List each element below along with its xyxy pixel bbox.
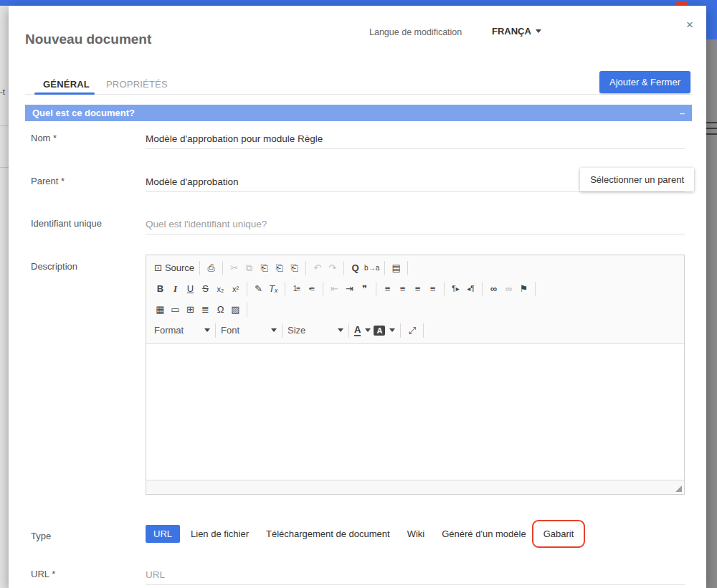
chevron-down-icon [204,328,210,335]
maximize-icon[interactable]: ⤢ [406,323,418,338]
print-icon[interactable]: ⎙ [205,261,217,275]
language-of-modification-label: Langue de modification [369,27,462,37]
editor-toolbar: ⊡Source⎙✂⧉⎗⎗⎗↶↷Qb→a▤BIUSx₂x²✎Tₓ1≡•≡⇤⇥❞≡≡… [146,255,684,344]
strike-icon[interactable]: S [199,282,212,296]
ordered-list-icon[interactable]: 1≡ [290,282,303,296]
paste-word-icon[interactable]: ⎗ [288,261,300,275]
chevron-down-icon [536,29,541,36]
select-all-icon[interactable]: ▤ [390,261,402,275]
url-label: URL * [31,569,55,579]
text-color-letter: A [354,325,361,336]
nom-input[interactable] [146,129,685,149]
background-page-right [706,39,717,588]
dialog-title: Nouveau document [25,32,151,47]
background-page-left: -t [0,6,9,588]
paste-text-icon[interactable]: ⎗ [273,261,285,275]
media-icon[interactable]: ▦ [154,303,166,317]
type-option-url[interactable]: URL [146,525,180,543]
chevron-down-icon [365,328,371,335]
chevron-down-icon [338,328,343,335]
subscript-icon[interactable]: x₂ [214,282,227,296]
select-parent-button[interactable]: Sélectionner un parent [580,168,694,191]
align-left-icon[interactable]: ≡ [381,282,394,296]
superscript-icon[interactable]: x² [229,282,242,296]
find-icon[interactable]: Q [349,261,361,275]
size-dropdown[interactable]: Size [288,323,343,338]
image-icon[interactable]: ▨ [229,303,242,317]
dir-ltr-icon[interactable]: ¶▸ [450,282,462,296]
dir-rtl-icon[interactable]: ◂¶ [465,282,477,296]
background-color-button[interactable]: A [374,326,395,336]
copy-icon[interactable]: ⧉ [243,261,255,275]
redo-icon[interactable]: ↷ [326,261,338,275]
identifiant-unique-label: Identifiant unique [31,218,102,229]
copy-format-icon[interactable]: ✎ [252,282,265,296]
replace-icon[interactable]: b→a [364,261,379,275]
description-label: Description [31,261,77,272]
format-dropdown[interactable]: Format [154,323,210,338]
description-rich-text-editor: ⊡Source⎙✂⧉⎗⎗⎗↶↷Qb→a▤BIUSx₂x²✎Tₓ1≡•≡⇤⇥❞≡≡… [146,255,685,495]
paste-icon[interactable]: ⎗ [258,261,270,275]
type-option-lien-de-fichier[interactable]: Lien de fichier [184,525,255,543]
align-justify-icon[interactable]: ≡ [427,282,439,296]
close-icon[interactable]: × [681,16,698,34]
chevron-down-icon [271,328,277,335]
font-dropdown[interactable]: Font [221,323,277,338]
tabs-divider [25,94,692,95]
language-dropdown[interactable]: FRANÇA [492,26,541,37]
editor-toolbar-row-styles: Format Font Size [149,320,681,341]
background-header-right [706,0,717,39]
editor-footer [146,480,684,494]
unlink-icon[interactable]: ∞ [503,282,515,296]
editor-toolbar-rows: ⊡Source⎙✂⧉⎗⎗⎗↶↷Qb→a▤BIUSx₂x²✎Tₓ1≡•≡⇤⇥❞≡≡… [149,257,681,320]
font-dropdown-value: Font [221,325,239,336]
type-option-gabarit[interactable]: Gabarit [537,525,581,543]
blockquote-icon[interactable]: ❞ [358,282,371,296]
app-top-bar [0,0,717,6]
type-option-wiki[interactable]: Wiki [401,525,432,543]
type-option-t-l-chargement-de-document[interactable]: Téléchargement de document [260,525,397,543]
background-color-letter: A [374,326,385,336]
chevron-down-icon [389,328,395,335]
background-clipped-text: -t [0,87,5,96]
bold-icon[interactable]: B [154,282,166,296]
type-options: URLLien de fichierTéléchargement de docu… [146,524,580,544]
url-input[interactable] [146,565,685,585]
italic-icon[interactable]: I [169,282,181,296]
section-header-title: Quel est ce document? [32,108,135,118]
underline-icon[interactable]: U [184,282,196,296]
active-tab-indicator [34,93,95,95]
new-document-dialog: Nouveau document Langue de modification … [9,6,706,588]
bullet-list-icon[interactable]: •≡ [305,282,318,296]
section-header[interactable]: Quel est ce document? – [25,105,692,121]
align-right-icon[interactable]: ≡ [412,282,424,296]
anchor-icon[interactable]: ⚑ [518,282,530,296]
text-color-button[interactable]: A [354,325,371,336]
editor-content-area[interactable] [146,344,684,480]
nom-label: Nom * [31,133,57,143]
parent-label: Parent * [31,176,65,186]
tab-proprietes[interactable]: PROPRIÉTÉS [106,79,168,90]
align-center-icon[interactable]: ≡ [397,282,409,296]
remove-format-icon[interactable]: Tₓ [267,282,280,296]
cut-icon[interactable]: ✂ [228,261,240,275]
special-char-icon[interactable]: Ω [214,303,227,317]
format-dropdown-value: Format [154,325,184,336]
horizontal-rule-icon[interactable]: ≣ [199,303,212,317]
language-dropdown-value: FRANÇA [492,26,531,37]
resize-handle-icon[interactable] [675,485,682,492]
indent-icon[interactable]: ⇥ [343,282,356,296]
div-container-icon[interactable]: ▭ [169,303,181,317]
type-option-g-n-r-d-un-mod-le[interactable]: Généré d'un modèle [435,525,532,543]
outdent-icon[interactable]: ⇤ [328,282,341,296]
collapse-section-icon[interactable]: – [680,105,685,121]
source-button-label: Source [165,262,194,273]
link-icon[interactable]: ∞ [488,282,500,296]
tab-general[interactable]: GÉNÉRAL [43,79,90,90]
undo-icon[interactable]: ↶ [311,261,323,275]
type-label: Type [31,531,51,541]
add-and-close-button[interactable]: Ajouter & Fermer [599,71,690,93]
source-button[interactable]: ⊡Source [154,261,194,275]
table-icon[interactable]: ⊞ [184,303,196,317]
identifiant-unique-input[interactable] [146,214,685,234]
